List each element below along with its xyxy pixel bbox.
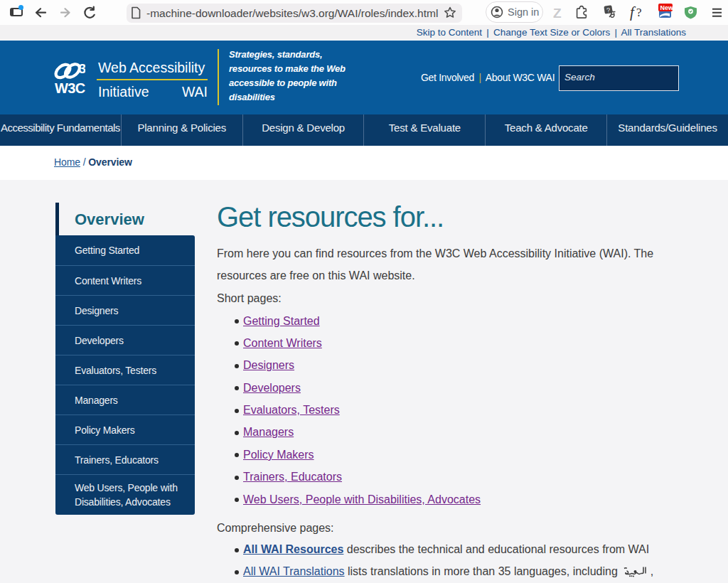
svg-text:New: New (660, 4, 675, 11)
svg-text:?: ? (636, 6, 642, 19)
svg-text:f: f (630, 4, 636, 21)
svg-text:3: 3 (79, 62, 86, 76)
